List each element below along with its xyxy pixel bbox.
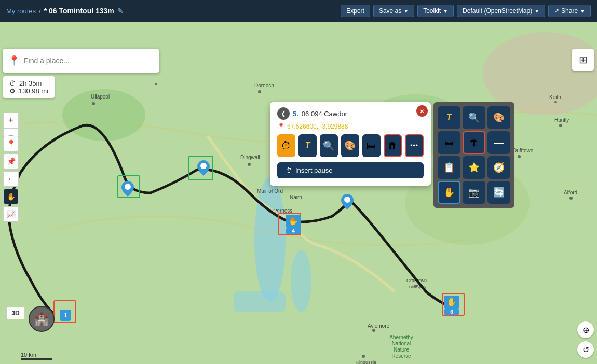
svg-text:Muir of Ord: Muir of Ord (257, 188, 283, 194)
etb-camera-button[interactable]: 📷 (463, 181, 485, 204)
waypoint-3-marker[interactable]: 3 (196, 159, 211, 177)
svg-point-11 (258, 90, 261, 93)
etb-refresh-button[interactable]: 🔄 (487, 181, 510, 204)
etb-text-button[interactable]: T (438, 106, 460, 129)
etb-dash-button[interactable]: — (487, 131, 510, 154)
svg-text:Huntly: Huntly (554, 117, 569, 123)
insert-pause-icon: ⏱ (286, 166, 292, 174)
svg-text:Dufftown: Dufftown (513, 148, 533, 153)
recenter-button[interactable]: ⊕ (577, 321, 594, 338)
share-button[interactable]: ↗ Share ▼ (548, 5, 591, 17)
popup-toolbar: ⏱ T 🔍 🎨 🛏 🗑 ••• (277, 134, 424, 157)
svg-text:Dornoch: Dornoch (254, 82, 274, 88)
export-button[interactable]: Export (341, 5, 370, 17)
svg-text:Reserve: Reserve (391, 353, 411, 359)
svg-text:Kingussie: Kingussie (356, 360, 376, 364)
svg-text:Keith: Keith (549, 94, 561, 100)
nav-right-buttons: Export Save as ▼ Toolkit ▼ Default (Open… (341, 5, 591, 17)
zoom-in-button[interactable]: + (3, 113, 19, 128)
map-type-button[interactable]: Default (OpenStreetMap) ▼ (457, 5, 545, 17)
map-container[interactable]: Ullapool Dornoch Dingwall Inverness Nair… (0, 22, 597, 364)
svg-text:Alford: Alford (564, 190, 577, 195)
3d-button[interactable]: 3D (6, 307, 25, 319)
popup-search-button[interactable]: 🔍 (320, 134, 338, 157)
top-navigation: My routes / * 06 Tomintoul 133m ✎ Export… (0, 0, 597, 22)
toolkit-button[interactable]: Toolkit ▼ (417, 5, 454, 17)
left-toolbar: 📍 📌 3D ← ✋ 📈 (3, 136, 19, 222)
waypoint-popup: × ❮ 5. 06 094 Cawdor 📍 57.526600, -3.929… (270, 102, 431, 186)
waypoint-4-marker[interactable]: ✋ 4 (286, 215, 301, 234)
waypoint-coords: 📍 57.526600, -3.929888 (277, 123, 424, 130)
expanded-toolbar: T 🔍 🎨 🛏 🗑 — 📋 ⭐ 🧭 ✋ 📷 🔄 (433, 102, 514, 208)
distance-row: ⚙ 130.98 mi (9, 87, 48, 95)
waypoint-1-avatar: 🏰 (29, 306, 55, 332)
chart-button[interactable]: 📈 (3, 206, 19, 222)
breadcrumb-separator: / (39, 7, 41, 15)
svg-point-33 (569, 197, 573, 200)
insert-pause-label: Insert pause (295, 166, 333, 174)
svg-text:Nairn: Nairn (290, 194, 302, 200)
svg-point-1 (254, 177, 286, 302)
insert-pause-button[interactable]: ⏱ Insert pause (277, 162, 424, 178)
time-icon: ⏱ (9, 79, 16, 87)
etb-search-button[interactable]: 🔍 (463, 106, 485, 129)
popup-text-button[interactable]: T (298, 134, 317, 157)
layers-icon: ⊞ (579, 53, 588, 66)
etb-hand-button[interactable]: ✋ (438, 181, 460, 204)
location-icon: 📍 (8, 55, 20, 66)
svg-text:Aviemore: Aviemore (368, 323, 389, 329)
svg-point-42 (554, 101, 557, 103)
etb-navigate-button[interactable]: 🧭 (487, 156, 510, 179)
breadcrumb: My routes / * 06 Tomintoul 133m ✎ (6, 7, 124, 15)
etb-palette-button[interactable]: 🎨 (487, 106, 510, 129)
navigate-left-button[interactable]: ← (3, 171, 19, 187)
waypoint-prev-button[interactable]: ❮ (277, 107, 290, 120)
popup-more-button[interactable]: ••• (405, 134, 424, 157)
svg-text:Abernethy: Abernethy (389, 334, 413, 340)
waypoint-name: 06 094 Cawdor (302, 110, 347, 118)
edit-icon[interactable]: ✎ (117, 7, 124, 15)
search-input[interactable] (24, 57, 154, 65)
waypoint-number: 5. (293, 110, 298, 118)
map-scale: 10 km (21, 352, 52, 360)
info-panel: ⏱ 2h 35m ⚙ 130.98 mi (3, 76, 55, 98)
popup-timer-button[interactable]: ⏱ (277, 134, 295, 157)
waypoint-2-marker[interactable]: 2 (120, 180, 135, 198)
svg-point-8 (92, 102, 95, 105)
svg-text:National: National (392, 341, 411, 346)
svg-point-2 (291, 250, 311, 312)
my-routes-link[interactable]: My routes (6, 7, 36, 15)
popup-delete-button[interactable]: 🗑 (384, 134, 402, 157)
waypoint-6-marker[interactable]: ✋ 6 (444, 296, 459, 315)
waypoint-1-marker[interactable]: 1 (60, 310, 71, 321)
route-title: * 06 Tomintoul 133m (44, 7, 114, 15)
layers-button[interactable]: ⊞ (572, 49, 594, 71)
popup-accommodation-button[interactable]: 🛏 (362, 134, 381, 157)
svg-point-31 (559, 124, 562, 127)
svg-point-10 (155, 83, 157, 85)
waypoint-5-marker[interactable]: 5 (340, 193, 355, 211)
coords-icon: 📍 (277, 123, 285, 130)
location-button[interactable]: 📍 (3, 136, 19, 151)
etb-star-button[interactable]: ⭐ (463, 156, 485, 179)
svg-text:Dingwall: Dingwall (240, 155, 260, 160)
etb-accommodation-button[interactable]: 🛏 (438, 131, 460, 154)
active-tool-button[interactable]: ✋ (3, 189, 19, 204)
svg-text:Ullapool: Ullapool (91, 94, 110, 100)
scale-bar (21, 358, 52, 360)
coords-value: 57.526600, -3.929888 (287, 123, 348, 130)
save-as-button[interactable]: Save as ▼ (373, 5, 414, 17)
etb-delete-button[interactable]: 🗑 (463, 131, 485, 154)
popup-close-button[interactable]: × (416, 105, 428, 117)
refresh-map-button[interactable]: ↺ (577, 341, 594, 358)
distance-value: 130.98 mi (19, 87, 48, 95)
search-bar: 📍 (3, 49, 159, 73)
svg-text:Nature: Nature (394, 347, 409, 353)
popup-palette-button[interactable]: 🎨 (341, 134, 359, 157)
pin-button[interactable]: 📌 (3, 153, 19, 169)
svg-rect-3 (234, 291, 286, 312)
svg-point-13 (248, 163, 251, 166)
etb-notes-button[interactable]: 📋 (438, 156, 460, 179)
time-value: 2h 35m (19, 79, 42, 87)
time-row: ⏱ 2h 35m (9, 79, 48, 87)
